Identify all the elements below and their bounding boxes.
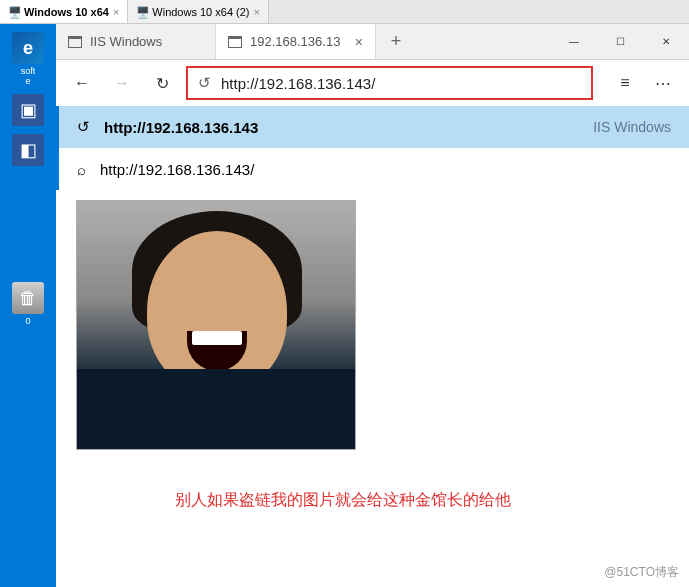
- nav-bar: ← → ↻ ↺ ≡ ⋯: [56, 60, 689, 106]
- page-icon: [228, 36, 242, 48]
- icon-label: soft: [7, 66, 49, 76]
- close-icon: ✕: [662, 36, 670, 47]
- address-bar[interactable]: ↺: [186, 66, 593, 100]
- edge-browser-window: IIS Windows 192.168.136.13 × + — ☐ ✕ ← →…: [56, 24, 689, 511]
- close-icon[interactable]: ×: [113, 6, 119, 18]
- desktop-shortcut[interactable]: ▣: [7, 94, 49, 126]
- close-button[interactable]: ✕: [643, 24, 689, 59]
- app-icon: ▣: [12, 94, 44, 126]
- icon-label: 0: [7, 316, 49, 326]
- vm-tab-bar: 🖥️ Windows 10 x64 × 🖥️ Windows 10 x64 (2…: [0, 0, 689, 24]
- recycle-bin[interactable]: 🗑 0: [7, 282, 49, 326]
- forward-button[interactable]: →: [106, 67, 138, 99]
- minimize-button[interactable]: —: [551, 24, 597, 59]
- history-icon: ↺: [77, 118, 90, 136]
- back-button[interactable]: ←: [66, 67, 98, 99]
- new-tab-button[interactable]: +: [376, 24, 416, 59]
- watermark: @51CTO博客: [604, 564, 679, 581]
- url-suggestions: ↺ http://192.168.136.143 IIS Windows ⌕ h…: [56, 106, 689, 190]
- edge-shortcut[interactable]: e soft e: [7, 32, 49, 86]
- vm-tab-2[interactable]: 🖥️ Windows 10 x64 (2) ×: [128, 0, 269, 23]
- browser-tab-bar: IIS Windows 192.168.136.13 × + — ☐ ✕: [56, 24, 689, 60]
- search-icon: ⌕: [77, 161, 86, 178]
- dots-icon: ⋯: [655, 74, 671, 93]
- window-controls: — ☐ ✕: [551, 24, 689, 59]
- vm-tab-1[interactable]: 🖥️ Windows 10 x64 ×: [0, 0, 128, 23]
- refresh-button[interactable]: ↻: [146, 67, 178, 99]
- caption-text: 别人如果盗链我的图片就会给这种金馆长的给他: [76, 490, 669, 511]
- suggestion-row[interactable]: ↺ http://192.168.136.143 IIS Windows: [59, 106, 689, 148]
- reading-view-button[interactable]: ≡: [609, 67, 641, 99]
- page-icon: [68, 36, 82, 48]
- suggestion-hint: IIS Windows: [593, 119, 671, 135]
- back-icon: ←: [74, 74, 90, 92]
- tab-label: 192.168.136.13: [250, 34, 340, 49]
- app-icon: ◧: [12, 134, 44, 166]
- maximize-button[interactable]: ☐: [597, 24, 643, 59]
- history-icon: ↺: [198, 74, 211, 92]
- hotlink-image: [76, 200, 356, 450]
- suggestion-text: http://192.168.136.143/: [100, 161, 254, 178]
- minimize-icon: —: [569, 36, 579, 47]
- suggestion-row[interactable]: ⌕ http://192.168.136.143/: [59, 148, 689, 190]
- url-input[interactable]: [221, 75, 581, 92]
- plus-icon: +: [391, 31, 402, 52]
- vm-tab-label: Windows 10 x64 (2): [152, 6, 249, 18]
- tab-label: IIS Windows: [90, 34, 162, 49]
- browser-tab-iis[interactable]: IIS Windows: [56, 24, 216, 59]
- desktop-shortcut[interactable]: ◧: [7, 134, 49, 166]
- browser-tab-ip[interactable]: 192.168.136.13 ×: [216, 24, 376, 59]
- more-button[interactable]: ⋯: [647, 67, 679, 99]
- edge-icon: e: [12, 32, 44, 64]
- desktop: e soft e ▣ ◧ 🗑 0: [0, 24, 56, 587]
- close-icon[interactable]: ×: [254, 6, 260, 18]
- close-icon[interactable]: ×: [355, 34, 363, 50]
- monitor-icon: 🖥️: [8, 6, 20, 18]
- trash-icon: 🗑: [12, 282, 44, 314]
- refresh-icon: ↻: [156, 74, 169, 93]
- suggestion-text: http://192.168.136.143: [104, 119, 258, 136]
- hamburger-icon: ≡: [620, 74, 629, 92]
- vm-tab-label: Windows 10 x64: [24, 6, 109, 18]
- forward-icon: →: [114, 74, 130, 92]
- monitor-icon: 🖥️: [136, 6, 148, 18]
- icon-label: e: [7, 76, 49, 86]
- page-content: 别人如果盗链我的图片就会给这种金馆长的给他: [56, 190, 689, 511]
- maximize-icon: ☐: [616, 36, 625, 47]
